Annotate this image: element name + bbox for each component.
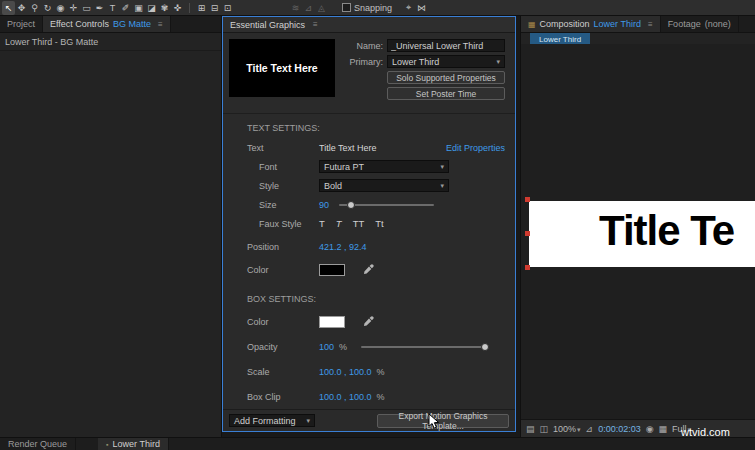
faux-italic-toggle[interactable]: T	[336, 218, 342, 229]
poster-row: Set Poster Time	[343, 87, 505, 100]
scale-row: Scale 100.0 , 100.0 %	[231, 365, 507, 378]
selection-handle[interactable]	[525, 197, 530, 202]
box-color-swatch[interactable]	[319, 316, 345, 328]
snapping-toggle[interactable]: Snapping	[342, 3, 392, 13]
hand-tool-icon[interactable]: ✥	[15, 1, 28, 15]
eyedropper-icon[interactable]	[363, 264, 374, 275]
font-style-select[interactable]: Bold ▾	[319, 179, 449, 192]
safe-margins-icon[interactable]: ⊡	[221, 1, 234, 15]
opacity-unit: %	[339, 342, 347, 352]
box-clip-label: Box Clip	[231, 392, 319, 402]
panel-menu-icon[interactable]: ≡	[158, 20, 163, 29]
size-slider[interactable]	[339, 204, 434, 206]
position-value[interactable]: 421.2 , 92.4	[319, 242, 367, 252]
opacity-slider[interactable]	[361, 346, 489, 348]
name-row: Name:	[343, 39, 505, 52]
export-motion-graphics-template-button[interactable]: Export Motion Graphics Template...	[377, 414, 509, 428]
toolbar-divider	[189, 3, 190, 13]
size-value[interactable]: 90	[319, 200, 329, 210]
pen-tool-icon[interactable]: ✒	[93, 1, 106, 15]
eyedropper-icon[interactable]	[363, 316, 374, 327]
tab-effect-controls-target: BG Matte	[113, 19, 151, 29]
position-label: Position	[231, 242, 319, 252]
tab-effect-controls[interactable]: Effect Controls BG Matte ≡	[43, 16, 171, 32]
tab-footage[interactable]: Footage (none)	[661, 16, 739, 32]
timecode-display[interactable]: 0:00:02:03	[598, 424, 641, 434]
opacity-slider-knob[interactable]	[481, 343, 489, 351]
puppet-pin-tool-icon[interactable]: ✜	[171, 1, 184, 15]
scale-value[interactable]: 100.0 , 100.0	[319, 367, 372, 377]
tab-render-queue[interactable]: Render Queue	[0, 438, 76, 450]
essential-graphics-body: Title Text Here Name: Primary: Lower Thi…	[223, 33, 515, 431]
font-label: Font	[231, 162, 319, 172]
name-input[interactable]	[387, 39, 505, 52]
panel-layout-icon[interactable]: ⊟	[208, 1, 221, 15]
selection-handle[interactable]	[525, 265, 530, 270]
composition-icon: ▦	[528, 20, 536, 29]
scale-unit: %	[377, 367, 385, 377]
primary-comp-value: Lower Third	[392, 57, 439, 67]
add-formatting-select[interactable]: Add Formatting ▾	[229, 414, 315, 427]
set-poster-time-button[interactable]: Set Poster Time	[387, 87, 505, 100]
snapping-checkbox[interactable]	[342, 3, 351, 12]
small-caps-toggle[interactable]: Tt	[375, 218, 383, 229]
rotation-tool-icon[interactable]: ↻	[41, 1, 54, 15]
snap-target-icon[interactable]: ⌖	[402, 1, 415, 15]
selection-tool-icon[interactable]: ↖	[2, 1, 15, 15]
camera-tool-icon[interactable]: ◉	[54, 1, 67, 15]
snap-link-icon[interactable]: ⋈	[415, 1, 428, 15]
zoom-level-select[interactable]: 100%▾	[553, 424, 581, 434]
faux-bold-toggle[interactable]: T	[319, 218, 325, 229]
magnification-icon[interactable]: ⊿	[586, 424, 594, 434]
box-clip-value[interactable]: 100.0 , 100.0	[319, 392, 372, 402]
clone-stamp-tool-icon[interactable]: ▣	[132, 1, 145, 15]
font-family-select[interactable]: Futura PT ▾	[319, 160, 449, 173]
eraser-tool-icon[interactable]: ◪	[145, 1, 158, 15]
scale-label: Scale	[231, 367, 319, 377]
panel-menu-icon[interactable]: ≡	[313, 20, 318, 29]
pixel-aspect-icon[interactable]: ▤	[526, 424, 535, 434]
primary-comp-select[interactable]: Lower Third ▾	[387, 55, 505, 68]
project-effects-panel: Project Effect Controls BG Matte ≡ Lower…	[0, 16, 222, 437]
show-channel-icon[interactable]: ▦	[659, 424, 668, 434]
snapshot-camera-icon[interactable]: ◉	[646, 424, 654, 434]
tab-composition[interactable]: ▦ Composition Lower Third ≡	[521, 16, 661, 32]
text-value[interactable]: Title Text Here	[319, 143, 377, 153]
solo-supported-properties-button[interactable]: Solo Supported Properties	[387, 71, 505, 84]
all-caps-toggle[interactable]: TT	[353, 218, 365, 229]
grid-view-icon[interactable]: ⊞	[195, 1, 208, 15]
chevron-down-icon: ▾	[306, 417, 310, 425]
tab-timeline-lower-third-label: Lower Third	[113, 439, 160, 449]
lower-third-title-text[interactable]: Title Te	[599, 207, 734, 255]
panel-menu-icon[interactable]: ≡	[648, 20, 653, 29]
type-tool-icon[interactable]: T	[106, 1, 119, 15]
font-family-value: Futura PT	[324, 162, 364, 172]
roto-brush-tool-icon[interactable]: ✾	[158, 1, 171, 15]
eg-header-section: Title Text Here Name: Primary: Lower Thi…	[231, 33, 507, 107]
edit-properties-link[interactable]: Edit Properties	[446, 143, 505, 153]
tools-toolbar: ↖ ✥ ⚲ ↻ ◉ ✛ ▭ ✒ T ✐ ▣ ◪ ✾ ✜ ⊞ ⊟ ⊡ ≋ ⊿ ◬ …	[0, 0, 755, 16]
shape-tool-icon[interactable]: ▭	[80, 1, 93, 15]
pan-behind-tool-icon[interactable]: ✛	[67, 1, 80, 15]
tab-render-queue-label: Render Queue	[8, 439, 67, 449]
eg-footer: Add Formatting ▾ Export Motion Graphics …	[223, 409, 515, 431]
text-color-label: Color	[231, 265, 319, 275]
lower-third-box-layer[interactable]: Title Te	[529, 201, 755, 267]
opacity-value[interactable]: 100	[319, 342, 334, 352]
zoom-tool-icon[interactable]: ⚲	[28, 1, 41, 15]
primary-label: Primary:	[343, 57, 383, 67]
watermark: wtvid.com	[681, 426, 730, 438]
selection-handle[interactable]	[525, 231, 530, 236]
size-slider-knob[interactable]	[347, 201, 355, 209]
region-of-interest-icon[interactable]: ◫	[540, 424, 549, 434]
box-clip-unit: %	[377, 392, 385, 402]
box-settings-header: BOX SETTINGS:	[231, 294, 507, 304]
style-label: Style	[231, 181, 319, 191]
opacity-label: Opacity	[231, 342, 319, 352]
text-color-swatch[interactable]	[319, 264, 345, 276]
composition-viewport[interactable]: Title Te	[521, 44, 755, 420]
angle-icon: ⊿	[302, 1, 315, 15]
tab-project[interactable]: Project	[0, 16, 43, 32]
tab-timeline-lower-third[interactable]: ▪ Lower Third	[98, 438, 169, 450]
brush-tool-icon[interactable]: ✐	[119, 1, 132, 15]
